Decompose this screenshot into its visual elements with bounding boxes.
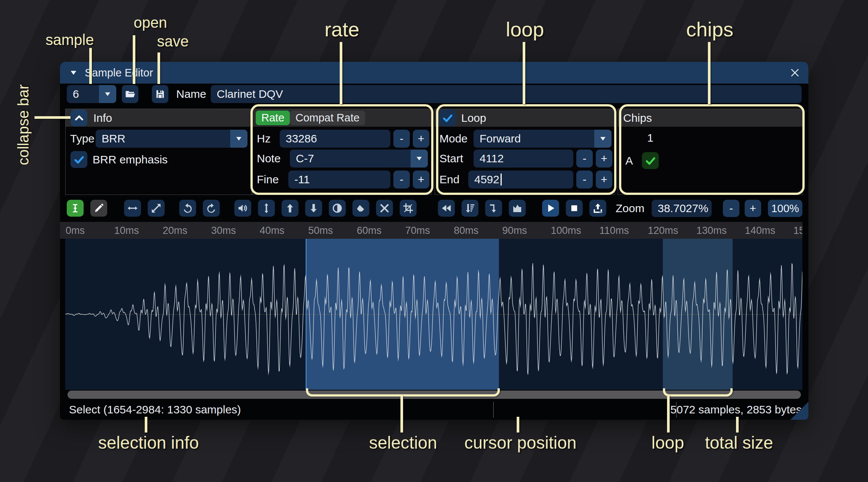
ruler-label: 100ms xyxy=(551,225,581,237)
annotation-line-open xyxy=(133,35,135,84)
window-titlebar[interactable]: Sample Editor xyxy=(60,62,808,84)
arrow-up-icon xyxy=(284,202,296,214)
draw-tool-button[interactable] xyxy=(90,200,107,217)
annotation-open: open xyxy=(134,14,167,31)
timeline-ruler: 0ms10ms20ms30ms40ms50ms60ms70ms80ms90ms1… xyxy=(60,222,802,239)
edit-tool-button[interactable] xyxy=(67,200,84,217)
crop-icon xyxy=(402,202,414,214)
collapse-info-button[interactable] xyxy=(70,109,87,126)
ruler-label: 0ms xyxy=(66,225,85,237)
chevron-down-icon[interactable] xyxy=(99,85,116,103)
annotation-line-rate xyxy=(340,42,342,104)
delete-button[interactable] xyxy=(376,200,393,217)
insert-silence-button[interactable] xyxy=(485,200,502,217)
save-sample-button[interactable] xyxy=(152,85,168,103)
annotation-line-selection-info xyxy=(145,417,147,433)
redo-icon xyxy=(205,202,217,214)
play-button[interactable] xyxy=(542,200,559,217)
annotation-loop: loop xyxy=(506,18,544,41)
sort-down-icon xyxy=(464,202,476,214)
ruler-label: 150ms xyxy=(793,225,802,237)
annotation-selection-info: selection info xyxy=(98,433,199,453)
type-value: BRR xyxy=(96,130,230,148)
rewind-icon xyxy=(441,202,452,214)
zoom-reset-button[interactable]: 100% xyxy=(768,200,802,217)
collapse-window-icon[interactable] xyxy=(69,68,78,77)
level-down-icon xyxy=(488,202,499,214)
downsample-button[interactable] xyxy=(462,200,478,217)
invert-icon xyxy=(331,202,343,214)
arrow-down-icon xyxy=(308,202,319,214)
brr-emphasis-checkbox[interactable] xyxy=(70,151,87,168)
name-input[interactable]: Clarinet DQV xyxy=(211,85,802,103)
annotation-line-sample xyxy=(89,48,92,84)
undo-button[interactable] xyxy=(179,200,196,217)
ruler-label: 30ms xyxy=(211,225,236,237)
chevron-up-icon xyxy=(73,112,85,124)
text-cursor-icon xyxy=(69,202,81,214)
name-value: Clarinet DQV xyxy=(217,88,283,100)
annotation-line-collapse-bar xyxy=(34,116,70,119)
ruler-label: 60ms xyxy=(357,225,381,237)
normalize-button[interactable] xyxy=(258,200,275,217)
zoom-in-button[interactable]: + xyxy=(745,200,761,217)
check-icon xyxy=(73,154,85,166)
type-dropdown[interactable]: BRR xyxy=(96,130,247,148)
fade-out-button[interactable] xyxy=(305,200,322,217)
filter-button[interactable] xyxy=(509,200,526,217)
upload-icon xyxy=(592,202,604,214)
chart-icon xyxy=(511,202,523,214)
resize-grip[interactable] xyxy=(790,402,808,420)
annotation-cursor-position: cursor position xyxy=(464,433,576,453)
annotation-box-loop xyxy=(436,104,616,195)
annotation-line-cursor-position xyxy=(517,417,519,433)
ruler-label: 80ms xyxy=(454,225,478,237)
ruler-label: 110ms xyxy=(599,225,629,237)
folder-open-icon xyxy=(124,88,136,100)
export-button[interactable] xyxy=(589,200,606,217)
annotation-rate: rate xyxy=(324,18,359,41)
brr-emphasis-label: BRR emphasis xyxy=(93,151,168,169)
fade-in-button[interactable] xyxy=(282,200,298,217)
window-title: Sample Editor xyxy=(85,67,153,79)
redo-button[interactable] xyxy=(203,200,220,217)
eraser-icon xyxy=(355,202,367,214)
ruler-label: 10ms xyxy=(114,225,139,237)
silence-button[interactable] xyxy=(352,200,369,217)
arrows-horizontal-icon xyxy=(127,202,138,214)
invert-button[interactable] xyxy=(329,200,346,217)
annotation-line-selection xyxy=(400,395,403,433)
close-button[interactable] xyxy=(787,64,803,81)
annotation-box-chips xyxy=(619,104,805,195)
waveform-canvas[interactable] xyxy=(65,239,802,390)
stop-button[interactable] xyxy=(566,200,583,217)
reverse-button[interactable] xyxy=(438,200,455,217)
save-icon xyxy=(154,88,166,100)
resample-button[interactable] xyxy=(148,200,165,217)
chevron-down-icon[interactable] xyxy=(230,130,247,148)
ruler-label: 70ms xyxy=(405,225,430,237)
amplify-button[interactable] xyxy=(234,200,251,217)
ruler-label: 140ms xyxy=(745,225,775,237)
screen: Sample Editor 6 Name Clarinet DQV xyxy=(0,0,868,482)
zoom-label: Zoom xyxy=(616,199,645,217)
zoom-out-button[interactable]: - xyxy=(723,200,739,217)
annotation-box-rate xyxy=(250,104,433,195)
ruler-label: 40ms xyxy=(260,225,285,237)
annotation-bracket-loop xyxy=(663,388,733,397)
toolbar: Zoom 38.7027% - + 100% xyxy=(60,197,808,220)
annotation-chips: chips xyxy=(686,18,733,41)
annotation-line-save xyxy=(157,52,160,84)
info-panel-header: Info xyxy=(66,109,252,127)
ruler-label: 20ms xyxy=(163,225,187,237)
waveform-display[interactable] xyxy=(65,239,802,390)
trim-button[interactable] xyxy=(400,200,417,217)
sample-selector[interactable]: 6 xyxy=(67,85,116,103)
zoom-value-field[interactable]: 38.7027% xyxy=(652,200,712,217)
close-icon xyxy=(789,67,801,79)
arrows-expand-icon xyxy=(150,202,162,214)
annotation-collapse-bar: collapse bar xyxy=(15,84,32,165)
play-icon xyxy=(545,202,556,214)
resize-button[interactable] xyxy=(124,200,141,217)
open-sample-button[interactable] xyxy=(122,85,138,103)
